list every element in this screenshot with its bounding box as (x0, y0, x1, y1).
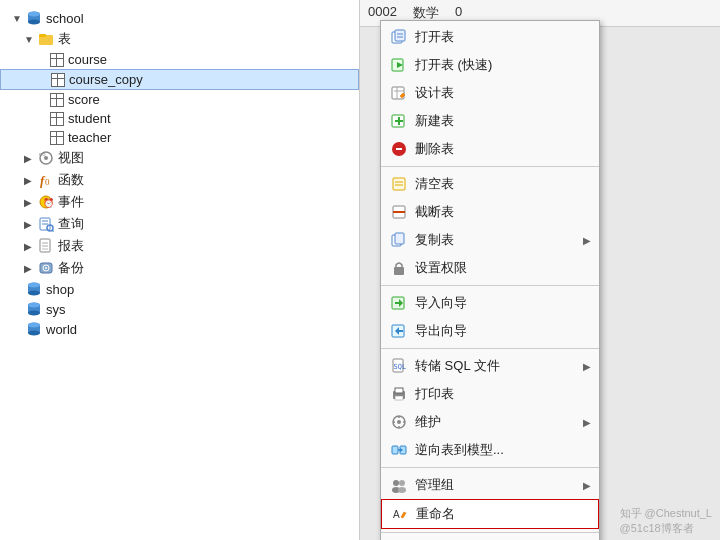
menu-item-rename[interactable]: A 重命名 (381, 499, 599, 529)
tree-db-shop[interactable]: ▶ shop (0, 279, 359, 299)
menu-label-maintain: 维护 (415, 413, 583, 431)
tree-db-school[interactable]: ▼ school (0, 8, 359, 28)
tree-table-student[interactable]: ▶ student (0, 109, 359, 128)
svg-text:SQL: SQL (394, 363, 407, 371)
model-icon (389, 440, 409, 460)
perm-icon (389, 258, 409, 278)
menu-item-set-permissions[interactable]: 设置权限 (381, 254, 599, 282)
print-icon (389, 384, 409, 404)
menu-label-reverse-model: 逆向表到模型... (415, 441, 591, 459)
group-icon (389, 475, 409, 495)
tree-db-world[interactable]: ▶ world (0, 319, 359, 339)
menu-label-set-permissions: 设置权限 (415, 259, 591, 277)
menu-label-open-fast: 打开表 (快速) (415, 56, 591, 74)
menu-item-manage-group[interactable]: 管理组 ▶ (381, 471, 599, 499)
right-panel: 0002 数学 0 打开表 (360, 0, 720, 540)
folder-funcs-label: 函数 (58, 171, 84, 189)
menu-item-maintain[interactable]: 维护 ▶ (381, 408, 599, 436)
folder-reports-icon (38, 238, 54, 254)
table-icon-teacher (50, 131, 64, 145)
menu-label-new-table: 新建表 (415, 112, 591, 130)
folder-views-icon: oo (38, 150, 54, 166)
tree-folder-tables[interactable]: ▼ 表 (0, 28, 359, 50)
table-score-label: score (68, 92, 100, 107)
tree-table-course[interactable]: ▶ course (0, 50, 359, 69)
arrow-funcs: ▶ (24, 175, 36, 186)
svg-rect-67 (395, 388, 403, 393)
db-icon-school (26, 10, 42, 26)
table-icon-student (50, 112, 64, 126)
db-icon-sys (26, 301, 42, 317)
svg-text:A: A (393, 509, 400, 520)
table-course-label: course (68, 52, 107, 67)
table-student-label: student (68, 111, 111, 126)
svg-text:oo: oo (39, 151, 46, 157)
menu-item-design-table[interactable]: 设计表 (381, 79, 599, 107)
menu-label-save-sql: 转储 SQL 文件 (415, 357, 583, 375)
tree-table-course-copy[interactable]: ▶ course_copy (0, 69, 359, 90)
tree-folder-events[interactable]: ▶ ⏰ 事件 (0, 191, 359, 213)
menu-item-clear-table[interactable]: 清空表 (381, 170, 599, 198)
folder-queries-label: 查询 (58, 215, 84, 233)
tree-folder-funcs[interactable]: ▶ f 0 函数 (0, 169, 359, 191)
table-icon-course-copy (51, 73, 65, 87)
svg-point-29 (28, 283, 40, 288)
folder-backup-icon (38, 260, 54, 276)
menu-item-new-table[interactable]: 新建表 (381, 107, 599, 135)
svg-line-18 (52, 230, 54, 232)
folder-views-label: 视图 (58, 149, 84, 167)
svg-point-32 (28, 311, 40, 316)
db-world-label: world (46, 322, 77, 337)
menu-item-open-table[interactable]: 打开表 (381, 23, 599, 51)
main-area: ▼ school ▼ 表 (0, 0, 720, 540)
folder-funcs-icon: f 0 (38, 172, 54, 188)
separator-2 (381, 285, 599, 286)
menu-item-reverse-model[interactable]: 逆向表到模型... (381, 436, 599, 464)
menu-item-export-wizard[interactable]: 导出向导 (381, 317, 599, 345)
svg-rect-6 (39, 34, 46, 37)
tree-folder-views[interactable]: ▶ oo 视图 (0, 147, 359, 169)
svg-point-79 (393, 480, 399, 486)
folder-tables-label: 表 (58, 30, 71, 48)
export-icon (389, 321, 409, 341)
tree-folder-reports[interactable]: ▶ 报表 (0, 235, 359, 257)
arrow-queries: ▶ (24, 219, 36, 230)
svg-point-36 (28, 331, 40, 336)
menu-label-print-table: 打印表 (415, 385, 591, 403)
db-icon-world (26, 321, 42, 337)
svg-point-2 (28, 20, 40, 25)
table-teacher-label: teacher (68, 130, 111, 145)
menu-item-print-table[interactable]: 打印表 (381, 380, 599, 408)
separator-3 (381, 348, 599, 349)
maintain-icon (389, 412, 409, 432)
tree-table-teacher[interactable]: ▶ teacher (0, 128, 359, 147)
svg-point-28 (28, 291, 40, 296)
new-icon (389, 111, 409, 131)
tree-db-sys[interactable]: ▶ sys (0, 299, 359, 319)
arrow-tables: ▼ (24, 34, 36, 45)
tree-table-score[interactable]: ▶ score (0, 90, 359, 109)
arrow-events: ▶ (24, 197, 36, 208)
svg-point-82 (398, 487, 406, 493)
clear-icon (389, 174, 409, 194)
import-icon (389, 293, 409, 313)
menu-item-import-wizard[interactable]: 导入向导 (381, 289, 599, 317)
menu-label-open-table: 打开表 (415, 28, 591, 46)
tree-folder-backup[interactable]: ▶ 备份 (0, 257, 359, 279)
menu-item-delete-table[interactable]: 删除表 (381, 135, 599, 163)
menu-item-create-shortcut[interactable]: 创建打开表快捷方式... (381, 536, 599, 540)
design-icon (389, 83, 409, 103)
arrow-reports: ▶ (24, 241, 36, 252)
menu-item-save-sql[interactable]: SQL 转储 SQL 文件 ▶ (381, 352, 599, 380)
svg-point-25 (45, 267, 47, 269)
menu-item-copy-table[interactable]: 复制表 ▶ (381, 226, 599, 254)
svg-rect-59 (394, 267, 404, 275)
menu-item-open-fast[interactable]: 打开表 (快速) (381, 51, 599, 79)
folder-reports-label: 报表 (58, 237, 84, 255)
table-icon-score (50, 93, 64, 107)
separator-4 (381, 467, 599, 468)
svg-text:0: 0 (45, 177, 50, 187)
separator-5 (381, 532, 599, 533)
tree-folder-queries[interactable]: ▶ 查询 (0, 213, 359, 235)
menu-item-truncate-table[interactable]: 截断表 (381, 198, 599, 226)
